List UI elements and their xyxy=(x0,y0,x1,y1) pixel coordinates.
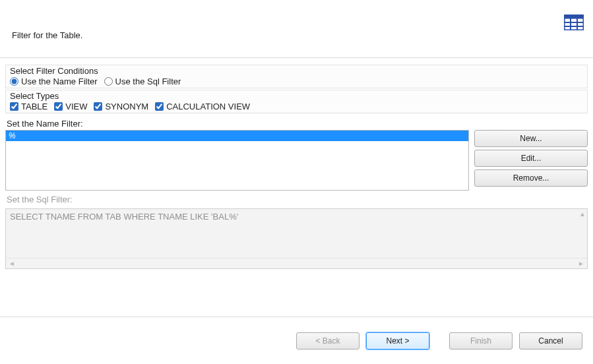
use-sql-filter-radio-input[interactable] xyxy=(104,77,113,86)
finish-button[interactable]: Finish xyxy=(449,332,513,349)
table-icon xyxy=(564,15,584,32)
type-view-label: VIEW xyxy=(65,102,87,111)
use-sql-filter-label: Use the Sql Filter xyxy=(115,76,181,86)
use-name-filter-radio-input[interactable] xyxy=(10,77,18,86)
scroll-right-icon: ► xyxy=(578,260,584,267)
use-name-filter-label: Use the Name Filter xyxy=(21,76,98,86)
name-filter-item[interactable]: % xyxy=(6,131,468,141)
sql-filter-text: SELECT TNAME FROM TAB WHERE TNAME LIKE '… xyxy=(10,212,238,222)
name-filter-list[interactable]: % xyxy=(5,130,469,191)
name-filter-row: % New... Edit... Remove... xyxy=(5,130,588,191)
type-view-check[interactable]: VIEW xyxy=(54,102,87,111)
svg-rect-1 xyxy=(565,15,584,19)
type-table-label: TABLE xyxy=(21,102,47,111)
type-calcview-check[interactable]: CALCULATION VIEW xyxy=(155,102,250,111)
name-filter-buttons: New... Edit... Remove... xyxy=(474,130,588,191)
select-types-label: Select Types xyxy=(10,91,584,101)
type-synonym-check-input[interactable] xyxy=(94,102,102,111)
scroll-left-icon: ◄ xyxy=(9,260,15,267)
type-view-check-input[interactable] xyxy=(54,102,63,111)
type-table-check[interactable]: TABLE xyxy=(10,102,47,111)
filter-conditions-radios: Use the Name Filter Use the Sql Filter xyxy=(9,76,584,86)
type-table-check-input[interactable] xyxy=(10,102,18,111)
wizard-body: Select Filter Conditions Use the Name Fi… xyxy=(0,58,593,317)
type-calcview-check-input[interactable] xyxy=(155,102,164,111)
cancel-button[interactable]: Cancel xyxy=(519,332,582,349)
type-synonym-label: SYNONYM xyxy=(105,102,148,111)
back-button[interactable]: < Back xyxy=(296,332,359,349)
sql-filter-hscrollbar: ◄ ► xyxy=(6,258,587,268)
select-types-group: Select Types TABLE VIEW SYNONYM CALCULAT… xyxy=(5,90,588,113)
page-title: Filter for the Table. xyxy=(12,30,82,40)
new-button[interactable]: New... xyxy=(474,130,588,147)
type-synonym-check[interactable]: SYNONYM xyxy=(94,102,148,111)
select-types-checks: TABLE VIEW SYNONYM CALCULATION VIEW xyxy=(9,102,584,111)
name-filter-label: Set the Name Filter: xyxy=(7,119,588,129)
type-calcview-label: CALCULATION VIEW xyxy=(166,102,250,111)
filter-conditions-group: Select Filter Conditions Use the Name Fi… xyxy=(5,65,588,88)
filter-conditions-label: Select Filter Conditions xyxy=(10,66,584,76)
sql-filter-label: Set the Sql Filter: xyxy=(7,195,588,204)
scroll-up-icon: ▲ xyxy=(579,210,586,218)
use-sql-filter-radio[interactable]: Use the Sql Filter xyxy=(104,76,181,86)
sql-filter-textarea: SELECT TNAME FROM TAB WHERE TNAME LIKE '… xyxy=(6,209,587,258)
use-name-filter-radio[interactable]: Use the Name Filter xyxy=(10,76,98,86)
wizard-footer: < Back Next > Finish Cancel xyxy=(0,317,593,364)
sql-filter-box: SELECT TNAME FROM TAB WHERE TNAME LIKE '… xyxy=(5,208,588,269)
remove-button[interactable]: Remove... xyxy=(474,169,588,187)
next-button[interactable]: Next > xyxy=(366,332,429,349)
wizard-page: Filter for the Table. Select Filter Cond… xyxy=(0,0,593,364)
edit-button[interactable]: Edit... xyxy=(474,150,588,167)
wizard-header: Filter for the Table. xyxy=(0,0,593,58)
